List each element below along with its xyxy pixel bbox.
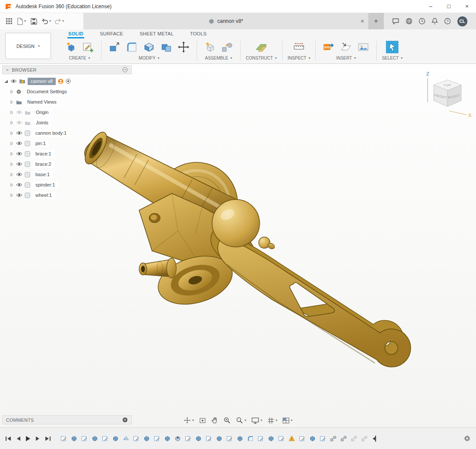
eye-icon[interactable] (16, 183, 22, 187)
new-component-button[interactable] (202, 39, 218, 55)
timeline-settings-button[interactable] (463, 435, 471, 442)
tree-row-root[interactable]: cannon v8 (2, 76, 132, 86)
create-form-button[interactable] (63, 39, 79, 55)
model-canvas[interactable]: « BROWSER cannon v8 Document Settings Na… (0, 64, 476, 427)
eye-icon[interactable] (16, 172, 22, 177)
expand-arrow-icon[interactable] (10, 142, 14, 145)
timeline-feature-sketch[interactable] (100, 434, 110, 443)
eye-off-icon[interactable] (16, 110, 22, 114)
timeline-feature-warning[interactable] (287, 434, 296, 443)
undo-button[interactable]: ▾ (40, 15, 52, 27)
ribbon-tab-solid[interactable]: SOLID (67, 29, 84, 38)
expand-arrow-icon[interactable] (10, 111, 14, 114)
timeline-feature-joint-dim[interactable] (359, 434, 369, 443)
timeline-feature-extrude[interactable] (90, 434, 99, 443)
tree-row[interactable]: wheel:1 (8, 190, 132, 200)
expand-arrow-icon[interactable] (10, 131, 14, 135)
dropdown-caret-icon[interactable]: ▾ (260, 419, 262, 422)
root-node-label[interactable]: cannon v8 (28, 78, 56, 85)
tree-row[interactable]: Origin (8, 108, 132, 117)
nav-fit-button[interactable]: ▾ (236, 417, 246, 424)
create-sketch-button[interactable] (80, 39, 96, 55)
timeline-feature-hole[interactable] (173, 434, 182, 443)
collapse-panel-icon[interactable]: « (6, 67, 9, 72)
tree-row[interactable]: base:1 (8, 170, 132, 179)
tree-node-label[interactable]: Named Views (24, 98, 60, 106)
timeline-feature-extrude[interactable] (111, 434, 120, 443)
job-status-button[interactable] (419, 18, 425, 25)
app-grid-button[interactable] (3, 15, 15, 27)
timeline-feature-joint[interactable] (339, 434, 348, 443)
timeline-feature-sketch[interactable] (152, 434, 162, 443)
pb-skip-start-button[interactable] (5, 436, 11, 441)
timeline-feature-extrude[interactable] (194, 434, 203, 443)
activate-radio-icon[interactable] (66, 79, 71, 84)
view-cube[interactable]: Z X TOP FRONT RIGHT (421, 70, 473, 120)
insert-derive-button[interactable] (338, 39, 354, 55)
timeline-feature-sketch[interactable] (131, 434, 141, 443)
timeline-feature-sketch[interactable] (204, 434, 213, 443)
nav-look-at-button[interactable] (199, 417, 206, 424)
group-label-construct[interactable]: CONSTRUCT▾ (246, 55, 277, 63)
redo-button[interactable]: ▾ (53, 15, 65, 27)
dropdown-caret-icon[interactable]: ▾ (291, 419, 292, 422)
dropdown-caret-icon[interactable]: ▾ (276, 419, 277, 422)
expand-arrow-icon[interactable] (10, 162, 14, 166)
expand-arrow-icon[interactable] (10, 183, 14, 187)
tree-row[interactable]: brace:2 (8, 159, 132, 169)
comments-button[interactable] (392, 18, 399, 25)
tree-node-label[interactable]: Document Settings (24, 88, 70, 95)
ribbon-tab-tools[interactable]: TOOLS (189, 29, 208, 38)
group-label-inspect[interactable]: INSPECT▾ (288, 55, 310, 63)
circle-minus-icon[interactable] (122, 67, 128, 73)
insert-canvas-button[interactable] (355, 39, 371, 55)
tree-node-label[interactable]: wheel:1 (32, 192, 55, 199)
timeline-feature-extrude[interactable] (235, 434, 244, 443)
nav-pan-button[interactable] (211, 417, 218, 424)
tree-row[interactable]: pin:1 (8, 139, 132, 148)
user-avatar[interactable]: CL (457, 16, 467, 26)
timeline-feature-sketch[interactable] (183, 434, 193, 443)
group-label-insert[interactable]: INSERT▾ (336, 55, 356, 63)
dropdown-caret-icon[interactable]: ▾ (244, 419, 246, 422)
timeline-feature-sketch[interactable] (225, 434, 234, 443)
tree-row[interactable]: spinder:1 (8, 180, 132, 190)
move-button[interactable] (176, 39, 191, 55)
timeline-feature-extrude[interactable] (142, 434, 151, 443)
expand-arrow-icon[interactable] (10, 173, 14, 177)
nav-grid-button[interactable]: ▾ (267, 417, 277, 424)
tree-node-label[interactable]: cannon body:1 (32, 130, 70, 137)
timeline-feature-mirror[interactable] (121, 434, 130, 443)
group-label-modify[interactable]: MODIFY▾ (139, 55, 159, 63)
timeline-feature-sketch[interactable] (297, 434, 307, 443)
tree-node-label[interactable]: Origin (33, 109, 51, 116)
group-label-assemble[interactable]: ASSEMBLE▾ (205, 55, 232, 63)
combine-button[interactable] (159, 39, 174, 55)
nav-display-button[interactable]: ▾ (251, 417, 262, 424)
new-tab-button[interactable]: + (369, 13, 384, 29)
document-tab[interactable]: cannon v8* × (83, 13, 369, 29)
tree-row[interactable]: cannon body:1 (8, 128, 132, 138)
measure-button[interactable] (291, 39, 307, 55)
pb-skip-end-button[interactable] (45, 436, 51, 441)
workspace-selector[interactable]: DESIGN ▾ (5, 33, 51, 59)
expand-arrow-icon[interactable] (10, 193, 14, 197)
fillet-button[interactable] (124, 39, 140, 55)
pb-step-forward-button[interactable] (35, 436, 40, 441)
notifications-button[interactable] (432, 18, 438, 25)
pb-step-back-button[interactable] (16, 436, 21, 441)
ribbon-tab-sheet-metal[interactable]: SHEET METAL (139, 29, 175, 38)
maximize-button[interactable]: □ (440, 0, 458, 13)
nav-orbit-button[interactable]: ▾ (184, 417, 194, 424)
press-pull-button[interactable] (107, 39, 122, 55)
ribbon-tab-surface[interactable]: SURFACE (99, 29, 124, 38)
minimize-button[interactable]: – (422, 0, 440, 13)
group-label-select[interactable]: SELECT▾ (382, 55, 403, 63)
timeline-feature-fillet[interactable] (245, 434, 255, 443)
comments-bar[interactable]: COMMENTS (2, 415, 132, 424)
eye-icon[interactable] (10, 79, 17, 83)
expand-arrow-icon[interactable] (10, 90, 14, 94)
eye-off-icon[interactable] (16, 120, 22, 125)
tree-node-label[interactable]: brace:1 (32, 150, 54, 158)
browser-header[interactable]: « BROWSER (2, 65, 132, 74)
